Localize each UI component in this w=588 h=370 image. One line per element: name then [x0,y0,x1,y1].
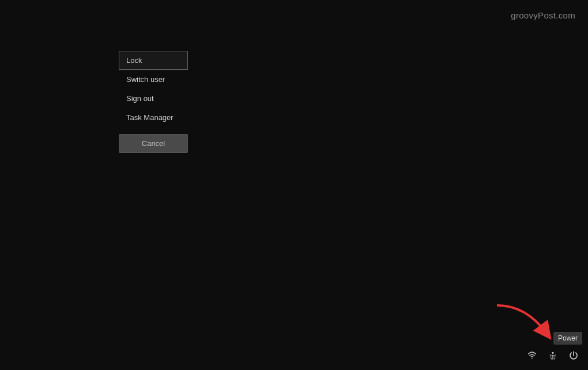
svg-line-4 [551,356,552,359]
red-arrow [491,302,555,340]
menu-item-sign-out[interactable]: Sign out [119,89,188,108]
power-tooltip: Power [553,332,582,345]
menu-item-lock[interactable]: Lock [119,51,188,70]
watermark: groovyPost.com [511,10,575,20]
svg-line-5 [554,356,555,359]
context-menu: Lock Switch user Sign out Task Manager C… [119,51,188,153]
svg-point-1 [532,358,533,360]
cancel-button[interactable]: Cancel [119,134,188,153]
wifi-icon[interactable] [523,347,541,364]
power-icon[interactable] [565,347,582,364]
taskbar-icons [523,347,582,364]
menu-item-task-manager[interactable]: Task Manager [119,108,188,127]
svg-point-2 [552,352,553,354]
menu-item-switch-user[interactable]: Switch user [119,70,188,89]
accessibility-icon[interactable] [544,347,561,364]
